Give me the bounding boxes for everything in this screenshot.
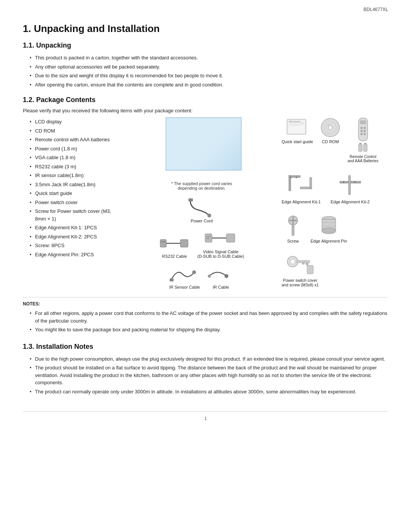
list-item: VGA cable (1.8 m) xyxy=(30,153,122,162)
edge-kit1-icon-box: Edge Alignment Kit-1 xyxy=(282,174,321,204)
section1-3-title: 1.3. Installation Notes xyxy=(23,343,388,351)
notes-title: NOTES: xyxy=(23,301,388,307)
svg-point-64 xyxy=(290,259,295,264)
list-item: Screw: 8PCS xyxy=(30,241,122,250)
svg-point-50 xyxy=(354,181,356,183)
edge-kit2-label: Edge Alignment Kit-2 xyxy=(331,200,370,204)
list-item: Remote control with AAA batteries xyxy=(30,135,122,144)
rs232-cable-icon-box: RS232 Cable xyxy=(159,234,190,259)
list-item: Power switch cover xyxy=(30,198,122,207)
svg-rect-30 xyxy=(360,120,366,124)
right-row-1: Quick start guide Quick start guide CD R… xyxy=(282,117,388,163)
video-signal-cable-icon-box: Video Signal CableVideo Signal Cable (D-… xyxy=(198,229,244,259)
list-item: CD ROM xyxy=(30,126,122,136)
list-item: Power cord (1.8 m) xyxy=(30,144,122,153)
svg-rect-20 xyxy=(288,120,305,133)
ir-sensor-svg xyxy=(169,265,200,284)
remote-control-icon-box: Remote Controland AAA Batteries xyxy=(348,117,379,163)
right-row-2: Edge Alignment Kit-1 Edge Alignment Kit-… xyxy=(282,174,388,204)
batteries-svg xyxy=(358,142,368,153)
quick-start-svg: Quick start guide xyxy=(285,117,310,138)
package-list-col: LCD display CD ROM Remote control with A… xyxy=(23,117,122,289)
list-item: Due to the high power consumption, alway… xyxy=(30,355,388,364)
power-cord-row: Power Cord xyxy=(122,197,282,223)
package-intro: Please verify that you received the foll… xyxy=(23,108,388,113)
list-item: Screw for Power switch cover (M3, 8mm × … xyxy=(30,207,122,223)
svg-point-34 xyxy=(363,130,366,132)
svg-point-15 xyxy=(192,270,196,274)
edge-kit1-svg xyxy=(287,174,315,198)
ir-cable-label: IR Cable xyxy=(213,285,229,289)
list-item: The product should be installed on a fla… xyxy=(30,363,388,387)
list-item: This product is packed in a carton, toge… xyxy=(30,53,388,62)
svg-rect-38 xyxy=(363,144,367,152)
ir-cable-icon-box: IR Cable xyxy=(207,265,234,289)
right-row-4: Power switch coverand screw (M3x8) x1 xyxy=(282,254,388,287)
package-illustrations-col: * The supplied power cord varies dependi… xyxy=(122,117,282,289)
svg-rect-37 xyxy=(358,144,362,152)
svg-rect-0 xyxy=(188,198,193,201)
list-item: Edge Alignment Kit-1: 1PCS xyxy=(30,223,122,232)
model-label: BDL4677XL xyxy=(363,7,388,12)
cable-row: RS232 Cable Video Signal CableVid xyxy=(122,229,282,259)
svg-rect-66 xyxy=(306,263,308,265)
power-cord-svg xyxy=(186,197,217,217)
ir-sensor-label: IR Sensor Cable xyxy=(169,285,200,289)
svg-point-35 xyxy=(360,133,363,135)
ir-cable-svg xyxy=(207,265,234,284)
power-cord-note: * The supplied power cord varies dependi… xyxy=(166,181,238,190)
remote-svg xyxy=(355,117,371,144)
right-row-3: Screw Edge Alignment Pin xyxy=(282,215,388,243)
svg-text:Quick start guide: Quick start guide xyxy=(289,120,301,122)
power-cord-label: Power Cord xyxy=(191,219,213,223)
section1-1-title: 1.1. Unpacking xyxy=(23,42,388,50)
rs232-label: RS232 Cable xyxy=(162,254,187,259)
video-cable-svg xyxy=(204,229,237,248)
notes-list: For all other regions, apply a power cor… xyxy=(23,309,388,334)
list-item: Due to the size and weight of this displ… xyxy=(30,71,388,80)
list-item: LCD display xyxy=(30,117,122,126)
installation-notes-list: Due to the high power consumption, alway… xyxy=(23,355,388,396)
svg-point-31 xyxy=(360,127,363,129)
svg-point-1 xyxy=(207,214,211,217)
edge-kit1-label: Edge Alignment Kit-1 xyxy=(282,200,321,204)
page-number: 1 xyxy=(204,416,207,421)
svg-rect-4 xyxy=(180,240,188,247)
remote-label: Remote Controland AAA Batteries xyxy=(348,155,379,163)
edge-kit2-icon-box: Edge Alignment Kit-2 xyxy=(331,174,370,204)
screw-svg xyxy=(282,215,304,238)
edge-alignment-pin-icon-box: Edge Alignment Pin xyxy=(311,215,347,243)
list-item: Edge Alignment Pin: 2PCS xyxy=(30,250,122,259)
svg-point-60 xyxy=(322,228,336,234)
package-list: LCD display CD ROM Remote control with A… xyxy=(23,117,122,259)
video-signal-label: Video Signal CableVideo Signal Cable (D-… xyxy=(198,249,244,259)
svg-rect-44 xyxy=(310,177,312,189)
svg-rect-48 xyxy=(349,176,350,195)
list-item: Edge Alignment Kit-2: 2PCS xyxy=(30,232,122,241)
lcd-image xyxy=(166,117,242,171)
power-switch-svg xyxy=(285,254,315,277)
list-item: RS232 cable (3 m) xyxy=(30,162,122,171)
svg-rect-39 xyxy=(359,143,362,144)
package-right-col: Quick start guide Quick start guide CD R… xyxy=(282,117,388,289)
svg-rect-3 xyxy=(160,240,166,247)
svg-rect-9 xyxy=(226,234,235,242)
section1-2-title: 1.2. Package Contents xyxy=(23,96,388,104)
svg-point-45 xyxy=(290,177,292,178)
list-item: After opening the carton, ensure that th… xyxy=(30,80,388,89)
list-item: Any other optional accessories will be p… xyxy=(30,62,388,72)
power-cord-icon-box: Power Cord xyxy=(186,197,217,223)
list-item: The product can normally operate only un… xyxy=(30,387,388,396)
list-item: IR sensor cable(1.8m) xyxy=(30,171,122,180)
edge-pin-label: Edge Alignment Pin xyxy=(311,239,347,243)
notes-section: NOTES: For all other regions, apply a po… xyxy=(23,297,388,334)
svg-point-27 xyxy=(328,126,332,129)
lcd-display-illustration xyxy=(162,117,242,174)
svg-rect-16 xyxy=(170,278,174,281)
ir-row: IR Sensor Cable IR Cable xyxy=(122,265,282,289)
list-item: Quick start guide xyxy=(30,189,122,198)
svg-point-18 xyxy=(208,275,211,278)
rs232-svg xyxy=(159,234,190,253)
svg-rect-65 xyxy=(296,260,310,263)
page: BDL4677XL 1. Unpacking and Installation … xyxy=(0,0,411,532)
